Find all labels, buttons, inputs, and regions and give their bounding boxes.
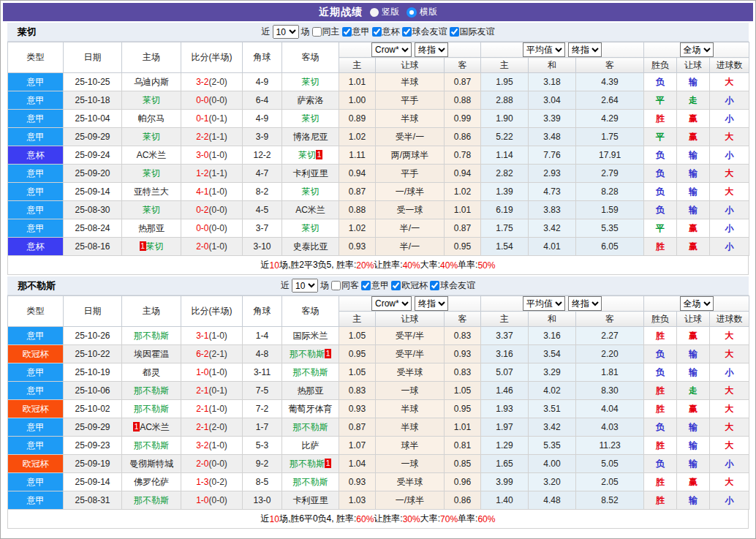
league-filter-3-checkbox[interactable]: [450, 27, 459, 37]
league-filter-2-checkbox[interactable]: [402, 27, 412, 37]
away-odds: 0.94: [445, 165, 481, 183]
team-name-text: 埃因霍温: [134, 349, 169, 359]
odds-stage-select-2[interactable]: 终指: [568, 42, 602, 57]
odds-stage-select-2[interactable]: 终指: [568, 296, 602, 311]
away-odds: 0.81: [445, 437, 481, 455]
home-odds: 0.87: [339, 418, 376, 437]
same-venue-filter[interactable]: 同客: [331, 279, 359, 292]
home-team: 帕尔马: [122, 110, 181, 128]
competition-badge: 欧冠杯: [8, 455, 64, 473]
team-name-text: 那不勒斯: [134, 404, 169, 414]
result-goals: 大: [710, 165, 749, 183]
league-filter-0[interactable]: 意甲: [342, 26, 370, 38]
team-name-text: 那不勒斯: [293, 477, 328, 487]
summary-value: 60%: [477, 514, 495, 524]
score: 3-2(2-0): [181, 73, 243, 91]
same-venue-filter[interactable]: 同主: [312, 26, 340, 38]
team-name-text: 卡利亚里: [293, 495, 328, 505]
match-count-select[interactable]: 10: [273, 25, 299, 39]
competition-badge: 意甲: [8, 110, 64, 128]
bookmaker-select[interactable]: Crow*: [371, 296, 412, 311]
league-filter-0-checkbox[interactable]: [361, 281, 371, 290]
same-venue-filter-checkbox[interactable]: [331, 281, 341, 290]
title-bar: 近期战绩 竖版 横版: [3, 3, 753, 21]
corners: 4-5: [243, 201, 282, 219]
away-odds: 0.87: [445, 73, 481, 91]
home-team: 莱切: [122, 201, 181, 219]
away-odds: 0.85: [445, 455, 481, 473]
away-team: 萨索洛: [282, 91, 339, 110]
league-filter-1-checkbox[interactable]: [391, 281, 401, 290]
avg-draw: 7.76: [529, 146, 576, 165]
home-odds: 0.93: [339, 473, 376, 491]
result-handicap: 输: [677, 418, 710, 437]
result-handicap: 赢: [677, 219, 710, 238]
result-handicap: 赢: [677, 327, 710, 345]
away-odds: 0.95: [445, 238, 481, 256]
corners: 8-5: [243, 473, 282, 491]
match-date: 25-10-02: [64, 400, 122, 418]
team-bar-0: 莱切近10场 同主意甲意杯球会友谊国际友谊: [7, 23, 749, 42]
team-name-text: 那不勒斯: [293, 367, 328, 377]
league-filter-0-checkbox[interactable]: [342, 27, 352, 37]
result-goals: 大: [710, 382, 749, 400]
sub-header-6: 胜负: [644, 58, 677, 73]
competition-badge: 意甲: [8, 219, 64, 238]
match-count-select[interactable]: 10: [292, 279, 318, 293]
col-header-2: 主场: [122, 296, 181, 327]
average-select[interactable]: 平均值: [523, 42, 565, 57]
away-team: 葡萄牙体育: [282, 400, 339, 418]
result-handicap: 输: [677, 183, 710, 201]
halftime-score: (1-0): [209, 331, 227, 341]
home-odds: 0.95: [339, 345, 376, 363]
layout-radio-vertical[interactable]: 竖版: [370, 6, 399, 18]
fulltime-score: 2-2: [196, 132, 208, 142]
team-name-text: 那不勒斯: [290, 459, 325, 469]
fulltime-select[interactable]: 全场: [680, 296, 714, 311]
avg-home: 1.65: [481, 455, 529, 473]
league-filter-2-checkbox[interactable]: [430, 281, 439, 290]
away-team: 比萨: [282, 437, 339, 455]
match-date: 25-08-31: [64, 491, 122, 510]
result-outcome: 胜: [644, 473, 677, 491]
result-outcome: 负: [644, 418, 677, 437]
halftime-score: (1-0): [209, 241, 227, 252]
odds-stage-select[interactable]: 终指: [415, 42, 448, 57]
away-odds: 1.02: [445, 183, 481, 201]
result-outcome: 平: [644, 91, 677, 110]
sub-header-3: 主: [481, 312, 529, 327]
league-filter-1-checkbox[interactable]: [372, 27, 382, 37]
odds-stage-select[interactable]: 终指: [415, 296, 448, 311]
avg-draw: 4.73: [529, 183, 576, 201]
sub-header-0: 主: [339, 58, 376, 73]
result-handicap: 走: [677, 91, 710, 110]
radio-unselected-icon[interactable]: [370, 8, 379, 17]
score: 2-1(1-0): [181, 400, 243, 418]
radio-selected-icon[interactable]: [407, 7, 417, 18]
summary-value: 40%: [440, 260, 458, 271]
league-filter-3[interactable]: 国际友谊: [450, 26, 495, 38]
same-venue-filter-checkbox[interactable]: [312, 27, 322, 37]
result-handicap: 走: [677, 382, 710, 400]
match-date: 25-09-24: [64, 146, 122, 165]
match-date: 25-10-04: [64, 110, 122, 128]
result-goals: 大: [710, 327, 749, 345]
col-header-5: 客场: [282, 296, 339, 327]
league-filter-2[interactable]: 球会友谊: [430, 279, 475, 292]
league-filter-1[interactable]: 欧冠杯: [391, 279, 428, 292]
handicap: 受半球: [376, 473, 445, 491]
layout-radio-horizontal[interactable]: 横版: [407, 6, 437, 18]
average-odds-group: 平均值终指: [481, 296, 644, 312]
away-odds: 1.01: [445, 418, 481, 437]
avg-away: 17.91: [576, 146, 644, 165]
league-filter-2[interactable]: 球会友谊: [402, 26, 447, 38]
league-filter-1[interactable]: 意杯: [372, 26, 400, 38]
fulltime-select[interactable]: 全场: [680, 42, 714, 57]
home-odds: 1.02: [339, 128, 376, 146]
league-filter-0[interactable]: 意甲: [361, 279, 389, 292]
home-odds: 0.83: [339, 382, 376, 400]
average-select[interactable]: 平均值: [523, 296, 565, 311]
home-team: 曼彻斯特城: [122, 455, 181, 473]
summary-value: 30%: [403, 514, 420, 524]
bookmaker-select[interactable]: Crow*: [371, 42, 412, 57]
